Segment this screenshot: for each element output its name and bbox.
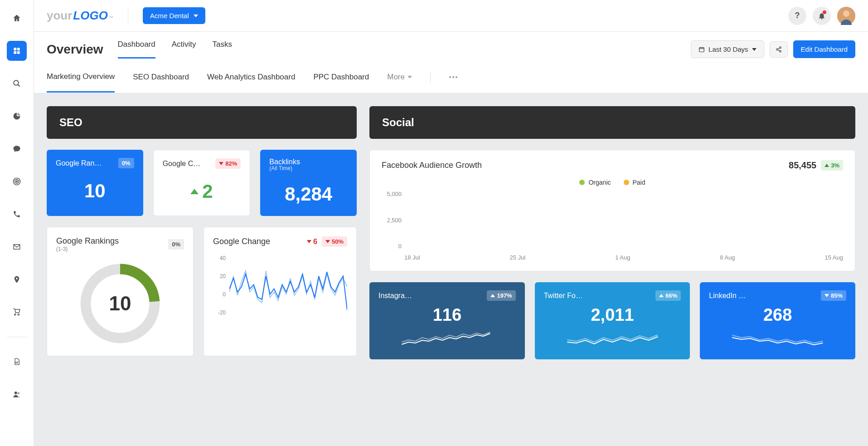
kpi-value: 2 xyxy=(163,181,241,202)
svg-rect-0 xyxy=(14,48,16,50)
share-button[interactable] xyxy=(770,41,788,58)
kpi-badge: 197% xyxy=(487,290,515,301)
svg-point-7 xyxy=(16,181,18,182)
card-google-change[interactable]: Google Change 6 50% 40 20 0 -20 xyxy=(204,227,357,356)
subtab-ppc[interactable]: PPC Dashboard xyxy=(313,73,369,92)
subtab-separator xyxy=(430,71,431,83)
nav-sidebar xyxy=(0,0,34,446)
kpi-value: 2,011 xyxy=(544,305,681,325)
nav-reports[interactable] xyxy=(7,352,27,372)
topbar: your LOGO ™ Acme Dental ? xyxy=(34,0,868,32)
kpi-google-change[interactable]: Google C… 82% 2 xyxy=(153,150,251,216)
kpi-title: Instagra… xyxy=(378,292,412,300)
svg-rect-2 xyxy=(14,51,16,54)
card-value: 85,455 xyxy=(789,160,816,171)
card-title: Facebook Audience Growth xyxy=(382,161,482,170)
nav-home[interactable] xyxy=(7,8,27,28)
mini-sparkline xyxy=(709,328,846,347)
svg-point-16 xyxy=(449,76,451,78)
main-tabs: Dashboard Activity Tasks xyxy=(118,40,232,59)
account-label: Acme Dental xyxy=(150,12,189,20)
svg-point-9 xyxy=(18,392,20,395)
nav-dashboard[interactable] xyxy=(7,41,27,61)
logo: your LOGO ™ xyxy=(47,9,113,23)
kpi-title: Google C… xyxy=(163,160,201,168)
kpi-instagram[interactable]: Instagra… 197% 116 xyxy=(369,282,525,359)
y-axis: 5,000 2,500 0 xyxy=(382,191,402,250)
triangle-up-icon xyxy=(190,189,199,194)
seo-panel-header: SEO xyxy=(47,106,357,139)
svg-rect-12 xyxy=(699,47,704,51)
kpi-badge: 85% xyxy=(821,290,846,301)
triangle-up-icon xyxy=(824,164,829,167)
subtab-seo-dashboard[interactable]: SEO Dashboard xyxy=(133,73,189,92)
legend-dot-icon xyxy=(579,180,585,185)
nav-analytics[interactable] xyxy=(7,106,27,126)
svg-point-17 xyxy=(452,76,454,78)
logo-text-2: LOGO xyxy=(73,9,108,23)
help-button[interactable]: ? xyxy=(788,7,806,25)
legend-paid: Paid xyxy=(624,179,645,186)
edit-dashboard-button[interactable]: Edit Dashboard xyxy=(793,40,855,58)
nav-search[interactable] xyxy=(7,74,27,93)
kpi-subtitle: (All Time) xyxy=(269,165,292,172)
section-header: Overview Dashboard Activity Tasks Last 3… xyxy=(34,32,868,59)
more-label: More xyxy=(387,73,405,82)
tab-dashboard[interactable]: Dashboard xyxy=(118,40,155,59)
kpi-google-rankings[interactable]: Google Ran… 0% 10 xyxy=(47,150,143,216)
page-title: Overview xyxy=(47,42,103,57)
user-avatar[interactable] xyxy=(837,7,855,25)
triangle-down-icon xyxy=(219,162,223,165)
card-badge: 3% xyxy=(821,160,843,171)
subtab-marketing-overview[interactable]: Marketing Overview xyxy=(47,72,115,93)
caret-down-icon xyxy=(752,48,756,51)
nav-location[interactable] xyxy=(7,270,27,289)
triangle-down-icon xyxy=(325,240,330,243)
kpi-badge: 82% xyxy=(215,158,241,169)
chart-legend: Organic Paid xyxy=(382,179,843,186)
subtab-more[interactable]: More xyxy=(387,73,412,92)
kpi-value: 8,284 xyxy=(269,183,348,205)
calendar-icon xyxy=(698,46,705,53)
card-google-rankings[interactable]: Google Rankings (1-3) 0% 10 xyxy=(47,227,194,356)
svg-point-11 xyxy=(843,10,849,17)
notifications-button[interactable] xyxy=(813,7,831,25)
nav-comments[interactable] xyxy=(7,139,27,159)
kpi-linkedin[interactable]: LinkedIn … 85% 268 xyxy=(700,282,855,359)
sparkline-chart xyxy=(229,255,347,319)
mini-sparkline xyxy=(378,328,516,347)
subtab-options[interactable] xyxy=(449,76,458,88)
kpi-badge: 66% xyxy=(655,290,681,301)
date-range-dropdown[interactable]: Last 30 Days xyxy=(691,40,764,58)
tab-tasks[interactable]: Tasks xyxy=(213,40,232,59)
nav-email[interactable] xyxy=(7,237,27,257)
svg-rect-1 xyxy=(17,48,20,50)
subtabs: Marketing Overview SEO Dashboard Web Ana… xyxy=(34,59,868,93)
tab-activity[interactable]: Activity xyxy=(172,40,196,59)
caret-down-icon xyxy=(194,15,198,17)
logo-divider xyxy=(128,9,128,23)
subtab-web-analytics[interactable]: Web Analytics Dashboard xyxy=(207,73,295,92)
svg-point-8 xyxy=(15,392,17,394)
kpi-value: 10 xyxy=(56,180,134,202)
help-icon: ? xyxy=(795,11,800,20)
nav-calls[interactable] xyxy=(7,204,27,224)
nav-goals[interactable] xyxy=(7,172,27,191)
kpi-value: 268 xyxy=(709,305,846,325)
card-badge: 50% xyxy=(322,236,347,247)
triangle-up-icon xyxy=(659,294,664,297)
account-dropdown[interactable]: Acme Dental xyxy=(143,7,205,24)
mini-sparkline xyxy=(544,328,681,347)
kpi-title: Google Ran… xyxy=(56,159,102,167)
legend-organic: Organic xyxy=(579,179,611,186)
card-title: Google Rankings xyxy=(56,236,119,246)
card-facebook-growth[interactable]: Facebook Audience Growth 85,455 3% Organ… xyxy=(369,150,855,271)
nav-divider xyxy=(7,337,27,337)
caret-down-icon xyxy=(407,76,412,78)
logo-text-1: your xyxy=(47,9,72,23)
kpi-twitter[interactable]: Twitter Fo… 66% 2,011 xyxy=(535,282,690,359)
card-subtitle: (1-3) xyxy=(56,246,119,252)
kpi-backlinks[interactable]: Backlinks (All Time) 8,284 xyxy=(260,150,357,216)
nav-users[interactable] xyxy=(7,384,27,404)
nav-ecommerce[interactable] xyxy=(7,302,27,322)
